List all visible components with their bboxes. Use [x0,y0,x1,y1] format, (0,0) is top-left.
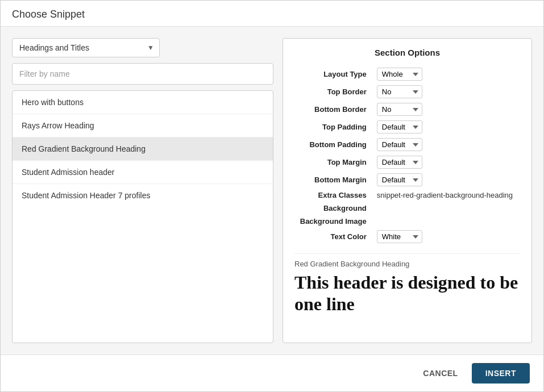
bottom-border-select[interactable]: No Yes [377,103,422,116]
layout-type-select[interactable]: Whole Left Right [377,68,422,81]
table-row: Bottom Padding Default None Small Large [294,136,520,153]
category-select[interactable]: Headings and Titles Buttons Cards Forms … [12,38,160,57]
field-label: Extra Classes [294,189,373,202]
table-row: Top Padding Default None Small Large [294,118,520,136]
top-margin-select[interactable]: Default None Small Large [377,156,422,169]
table-row: Top Margin Default None Small Large [294,153,520,171]
field-label: Top Padding [294,118,373,136]
section-options-title: Section Options [294,48,520,57]
modal-footer: CANCEL INSERT [1,355,543,391]
field-label: Text Color [294,228,373,245]
left-panel: Headings and Titles Buttons Cards Forms … [12,38,273,343]
table-row: Top Border No Yes [294,83,520,101]
options-table: Layout Type Whole Left Right Top Border [294,65,520,245]
right-panel: Section Options Layout Type Whole Left R… [283,38,532,343]
top-padding-select[interactable]: Default None Small Large [377,120,422,134]
field-label: Background [294,202,373,215]
field-label: Layout Type [294,65,373,83]
field-label: Top Border [294,83,373,101]
preview-heading: This header is designed to be one line [294,272,520,315]
field-label: Bottom Border [294,101,373,118]
table-row: Bottom Border No Yes [294,101,520,118]
table-row: Background Image [294,215,520,228]
field-label: Background Image [294,215,373,228]
category-dropdown-wrapper: Headings and Titles Buttons Cards Forms … [12,38,160,57]
table-row: Extra Classes snippet-red-gradient-backg… [294,189,520,202]
modal-body: Headings and Titles Buttons Cards Forms … [1,27,543,355]
bottom-margin-select[interactable]: Default None Small Large [377,173,422,186]
table-row: Text Color White Black Default [294,228,520,245]
table-row: Bottom Margin Default None Small Large [294,171,520,189]
table-row: Layout Type Whole Left Right [294,65,520,83]
preview-label: Red Gradient Background Heading [294,260,520,268]
preview-area: Red Gradient Background Heading This hea… [294,253,520,315]
list-item[interactable]: Red Gradient Background Heading [13,137,273,161]
cancel-button[interactable]: CANCEL [416,364,464,382]
list-item[interactable]: Hero with buttons [13,91,273,114]
snippet-list: Hero with buttons Rays Arrow Heading Red… [12,90,273,343]
table-row: Background [294,202,520,215]
options-scroll-area[interactable]: Section Options Layout Type Whole Left R… [283,39,531,343]
text-color-select[interactable]: White Black Default [377,230,422,243]
list-item[interactable]: Student Admission Header 7 profiles [13,184,273,207]
modal-header: Choose Snippet [1,1,543,27]
field-label: Top Margin [294,153,373,171]
top-border-select[interactable]: No Yes [377,85,422,98]
field-label: Bottom Margin [294,171,373,189]
extra-classes-value: snippet-red-gradient-background-heading [377,191,513,199]
field-label: Bottom Padding [294,136,373,153]
bottom-padding-select[interactable]: Default None Small Large [377,138,422,151]
list-item[interactable]: Rays Arrow Heading [13,114,273,137]
insert-button[interactable]: INSERT [472,363,530,383]
modal-title: Choose Snippet [12,9,532,20]
list-item[interactable]: Student Admission header [13,161,273,184]
filter-input[interactable] [12,63,273,85]
